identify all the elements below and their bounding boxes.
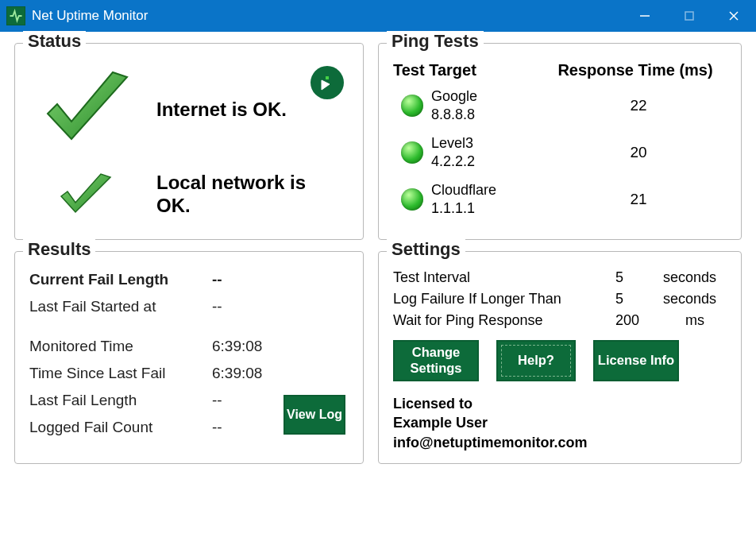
checkmark-icon [29,171,141,218]
change-settings-button[interactable]: Change Settings [393,340,479,381]
status-title: Status [23,31,86,52]
results-value: -- [212,392,222,409]
minimize-button[interactable] [623,0,667,32]
ping-target-addr: 1.1.1.1 [431,199,550,218]
settings-title: Settings [387,239,465,260]
status-indicator-icon [393,188,431,211]
results-label: Last Fail Started at [29,298,212,315]
maximize-button[interactable] [667,0,712,32]
ping-target-name: Google [431,87,550,106]
settings-unit: seconds [663,291,727,307]
results-title: Results [23,239,95,260]
settings-label: Wait for Ping Response [393,312,615,329]
ping-response: 20 [550,144,727,161]
local-status-text: Local network is OK. [156,172,331,218]
ping-target-addr: 8.8.8.8 [431,106,550,124]
status-indicator-icon [393,141,431,164]
results-value: 6:39:08 [212,338,262,355]
svg-rect-1 [685,12,693,20]
settings-value: 5 [615,291,663,307]
close-button[interactable] [712,0,756,32]
ping-row: Cloudflare 1.1.1.1 21 [393,181,727,217]
results-row: Monitored Time 6:39:08 [29,338,349,355]
status-panel: Status Internet is OK. [14,43,364,240]
settings-unit: ms [663,312,727,329]
results-label: Monitored Time [29,338,212,355]
settings-row: Log Failure If Longer Than 5 seconds [393,291,727,307]
results-value: 6:39:08 [212,365,262,382]
results-row: Current Fail Length -- [29,271,349,288]
window-title: Net Uptime Monitor [32,8,623,24]
results-value: -- [212,298,222,315]
svg-rect-4 [326,76,329,79]
results-label: Logged Fail Count [29,419,212,436]
checkmark-icon [29,66,141,153]
ping-response: 21 [550,191,727,208]
settings-value: 200 [615,312,663,329]
settings-value: 5 [615,269,663,286]
license-info: Licensed to Example User info@netuptimem… [393,394,727,452]
internet-status-row: Internet is OK. [29,66,349,153]
licensed-to-label: Licensed to [393,394,727,413]
tray-indicator-icon[interactable] [310,66,344,99]
settings-row: Wait for Ping Response 200 ms [393,312,727,329]
internet-status-text: Internet is OK. [156,99,287,122]
licensed-email: info@netuptimemonitor.com [393,433,727,452]
results-panel: Results Current Fail Length -- Last Fail… [14,251,364,464]
settings-label: Test Interval [393,269,615,286]
ping-target-name: Cloudflare [431,181,550,199]
help-button[interactable]: Help? [496,340,576,381]
results-label: Current Fail Length [29,271,212,288]
results-value: -- [212,419,222,436]
ping-header-resp: Response Time (ms) [544,61,727,79]
view-log-button[interactable]: View Log [284,395,345,435]
settings-panel: Settings Test Interval 5 seconds Log Fai… [378,251,742,464]
results-label: Last Fail Length [29,392,212,409]
settings-label: Log Failure If Longer Than [393,291,615,307]
ping-header: Test Target Response Time (ms) [393,58,727,79]
results-row: Time Since Last Fail 6:39:08 [29,365,349,382]
results-label: Time Since Last Fail [29,365,212,382]
ping-row: Level3 4.2.2.2 20 [393,134,727,170]
results-row: Last Fail Started at -- [29,298,349,315]
results-value: -- [212,271,222,288]
settings-row: Test Interval 5 seconds [393,269,727,286]
licensed-user: Example User [393,413,727,432]
ping-row: Google 8.8.8.8 22 [393,87,727,123]
ping-panel: Ping Tests Test Target Response Time (ms… [378,43,742,240]
ping-response: 22 [550,97,727,114]
settings-unit: seconds [663,269,727,286]
titlebar[interactable]: Net Uptime Monitor [0,0,756,32]
ping-target-addr: 4.2.2.2 [431,153,550,171]
window-controls [623,0,756,32]
ping-title: Ping Tests [387,31,484,52]
ping-target-name: Level3 [431,134,550,153]
ping-header-target: Test Target [393,61,544,79]
license-info-button[interactable]: License Info [593,340,679,381]
local-status-row: Local network is OK. [29,171,349,218]
app-icon [6,6,25,25]
status-indicator-icon [393,95,431,117]
